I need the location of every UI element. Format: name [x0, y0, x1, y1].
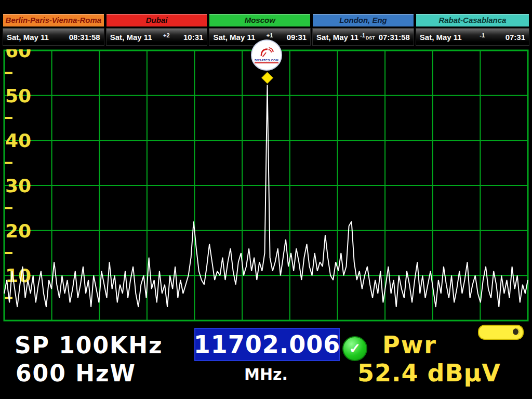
clock-time-row: Sat, May 11 +2 10:31: [106, 28, 208, 46]
frequency-unit-label: MHz.: [194, 365, 338, 383]
audio-indicator-pill[interactable]: [478, 325, 524, 340]
clock-offset-wrap: +2: [152, 33, 181, 42]
receiver-screen: Berlin-Paris-Vienna-Roma Sat, May 11 08:…: [0, 0, 532, 399]
clock-zone-london: London, Eng Sat, May 11 -1DST 07:31:58: [312, 14, 414, 46]
y-tick-label: 40: [5, 130, 31, 151]
dst-label: DST: [366, 35, 375, 41]
clock-city-label: Berlin-Paris-Vienna-Roma: [3, 14, 104, 27]
spectrum-analyzer: 605040302010: [0, 49, 532, 324]
logo-text: DXSATCS.COM: [255, 59, 278, 63]
clock-city-label: Rabat-Casablanca: [416, 14, 529, 27]
y-tick-label: 20: [5, 220, 31, 242]
clock-zone-berlin: Berlin-Paris-Vienna-Roma Sat, May 11 08:…: [3, 14, 104, 46]
clock-offset-wrap: [49, 33, 67, 42]
satellite-dish-icon: [259, 47, 274, 58]
utc-offset: -1: [480, 32, 485, 38]
spectrum-plot: 605040302010: [0, 49, 532, 324]
speaker-icon: [513, 328, 520, 335]
clock-time-row: Sat, May 11 08:31:58: [3, 28, 104, 46]
clock-time: 08:31:58: [69, 33, 100, 42]
clock-city-label: Moscow: [209, 14, 311, 27]
clock-zone-dubai: Dubai Sat, May 11 +2 10:31: [106, 14, 208, 46]
bandwidth-setting: 600 HzW: [16, 360, 136, 387]
check-glyph: ✓: [349, 340, 361, 357]
clock-time: 07:31: [506, 33, 525, 42]
y-tick-label: 50: [5, 85, 31, 107]
power-label: Pwr: [382, 331, 437, 359]
utc-offset: +2: [163, 32, 170, 38]
clock-offset-wrap: -1DST: [358, 33, 377, 42]
clock-date: Sat, May 11: [420, 33, 462, 42]
dxsatcs-logo: DXSATCS.COM: [251, 39, 282, 71]
clock-time: 09:31: [287, 33, 307, 42]
frequency-display[interactable]: 11702.006: [194, 328, 340, 361]
clock-zone-rabat: Rabat-Casablanca Sat, May 11 -1 07:31: [416, 14, 529, 46]
spectrum-trace: [4, 85, 528, 307]
clock-time-row: Sat, May 11 -1 07:31: [416, 28, 529, 46]
clock-city-label: Dubai: [106, 14, 208, 27]
clock-time: 10:31: [183, 33, 203, 42]
power-value: 52.4 dBµV: [357, 359, 501, 387]
signal-lock-icon: ✓: [342, 336, 367, 361]
clock-time-row: Sat, May 11 -1DST 07:31:58: [312, 28, 414, 46]
clock-date: Sat, May 11: [316, 33, 358, 42]
y-tick-label: 30: [5, 175, 31, 196]
clock-date: Sat, May 11: [213, 33, 255, 42]
peak-marker-icon: [262, 72, 273, 84]
y-tick-label: 60: [5, 49, 31, 61]
clock-time: 07:31:58: [379, 33, 410, 42]
clock-city-label: London, Eng: [312, 14, 414, 27]
utc-offset: -1: [360, 32, 365, 38]
clock-date: Sat, May 11: [7, 33, 49, 42]
clock-offset-wrap: -1: [462, 33, 503, 42]
span-setting: SP 100KHz: [15, 332, 163, 358]
clock-date: Sat, May 11: [110, 33, 152, 42]
status-bar: SP 100KHz 600 HzW 11702.006 MHz. ✓ Pwr 5…: [0, 324, 532, 399]
utc-offset: +1: [267, 32, 273, 38]
